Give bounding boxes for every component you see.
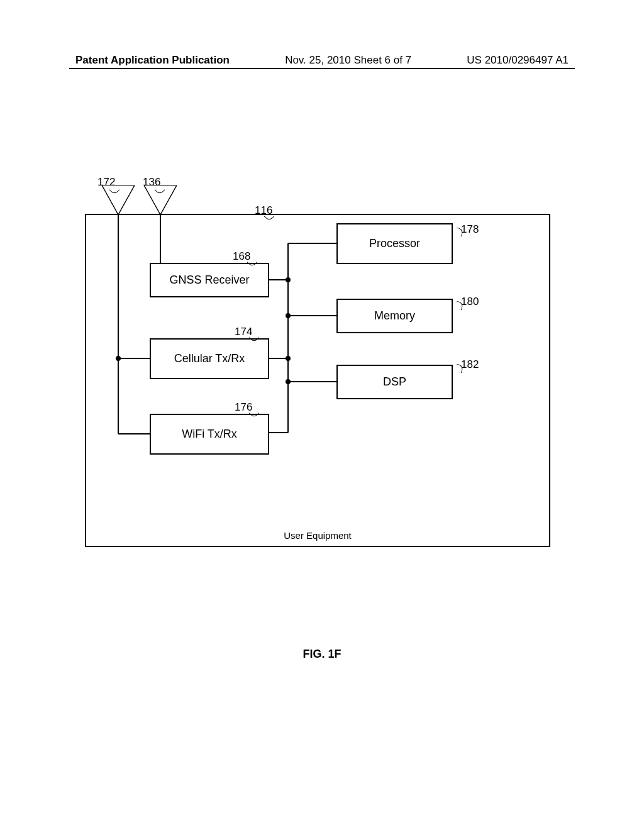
ref-label-178: 178 <box>461 223 479 236</box>
header-divider <box>69 68 575 69</box>
header-patent-number: US 2010/0296497 A1 <box>467 54 569 67</box>
memory-label: Memory <box>374 309 415 323</box>
memory-box: Memory <box>336 299 453 333</box>
wifi-txrx-box: WiFi Tx/Rx <box>150 414 269 455</box>
cellular-label: Cellular Tx/Rx <box>174 352 245 365</box>
header-publication: Patent Application Publication <box>75 54 230 67</box>
user-equipment-label: User Equipment <box>284 530 352 541</box>
gnss-label: GNSS Receiver <box>169 274 249 287</box>
ref-label-180: 180 <box>461 296 479 308</box>
header-sheet-info: Nov. 25, 2010 Sheet 6 of 7 <box>285 54 411 67</box>
ref-label-182: 182 <box>461 358 479 371</box>
processor-label: Processor <box>369 237 420 250</box>
page-header: Patent Application Publication Nov. 25, … <box>0 54 644 67</box>
processor-box: Processor <box>336 223 453 264</box>
wifi-label: WiFi Tx/Rx <box>182 428 237 441</box>
figure-caption: FIG. 1F <box>303 648 341 661</box>
gnss-receiver-box: GNSS Receiver <box>150 263 269 297</box>
cellular-txrx-box: Cellular Tx/Rx <box>150 338 269 379</box>
block-diagram: User Equipment GNSS Receiver Cellular Tx… <box>85 176 550 547</box>
dsp-label: DSP <box>383 375 406 389</box>
dsp-box: DSP <box>336 365 453 399</box>
